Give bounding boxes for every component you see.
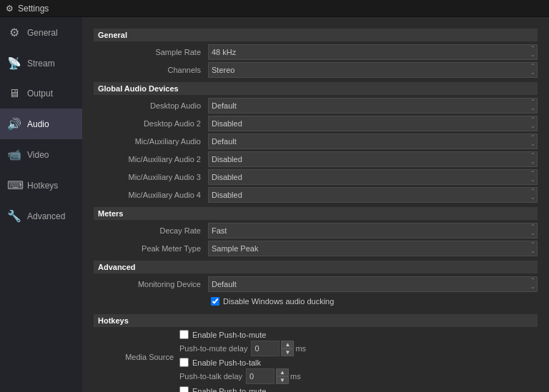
sample-rate-control: 44.1 kHz 48 kHz — [208, 44, 538, 60]
stream-icon: 📡 — [7, 56, 21, 70]
monitoring-device-select-wrapper[interactable]: Default Disabled — [208, 276, 538, 292]
mic-push-to-mute-checkbox[interactable] — [179, 386, 189, 392]
media-push-to-talk-checkbox[interactable] — [179, 358, 189, 367]
monitoring-device-control: Default Disabled — [208, 276, 538, 292]
desktop-audio2-label: Desktop Audio 2 — [94, 119, 208, 128]
sidebar-label-general: General — [27, 28, 58, 38]
window-title: Settings — [18, 4, 49, 14]
gear-icon: ⚙ — [7, 26, 21, 39]
mic-aux2-label: Mic/Auxiliary Audio 2 — [94, 155, 208, 164]
media-source-label: Media Source — [94, 353, 179, 361]
settings-icon: ⚙ — [6, 4, 14, 14]
mic-aux-select-wrapper[interactable]: Default Disabled — [208, 134, 538, 149]
desktop-audio-select[interactable]: Default Disabled — [208, 98, 538, 114]
section-hotkeys-header: Hotkeys — [94, 314, 538, 327]
channels-control: Mono Stereo — [208, 62, 538, 78]
audio-ducking-label: Disable Windows audio ducking — [223, 297, 334, 306]
sidebar-item-hotkeys[interactable]: ⌨ Hotkeys — [0, 170, 82, 201]
desktop-audio2-select[interactable]: Default Disabled — [208, 116, 538, 131]
section-meters-header: Meters — [94, 207, 538, 220]
peak-meter-select-wrapper[interactable]: Sample Peak True Peak — [208, 241, 538, 256]
desktop-audio-control: Default Disabled — [208, 98, 538, 114]
sidebar-item-output[interactable]: 🖥 Output — [0, 79, 82, 109]
mic-aux2-select[interactable]: Default Disabled — [208, 151, 538, 167]
mic-aux-row: Mic/Auxiliary Audio Default Disabled — [94, 134, 538, 149]
mic-push-to-mute-enable-row: Enable Push-to-mute — [179, 386, 538, 392]
sample-rate-select[interactable]: 44.1 kHz 48 kHz — [208, 44, 538, 60]
peak-meter-select[interactable]: Sample Peak True Peak — [208, 241, 538, 256]
decay-rate-select[interactable]: Fast Medium Slow — [208, 223, 538, 238]
sidebar-item-video[interactable]: 📹 Video — [0, 139, 82, 170]
desktop-audio-select-wrapper[interactable]: Default Disabled — [208, 98, 538, 114]
mic-push-to-mute-label: Enable Push-to-mute — [192, 387, 266, 393]
sidebar-item-audio[interactable]: 🔊 Audio — [0, 109, 82, 139]
mic-aux4-select[interactable]: Default Disabled — [208, 187, 538, 203]
mic-aux-select[interactable]: Default Disabled — [208, 134, 538, 149]
desktop-audio2-select-wrapper[interactable]: Default Disabled — [208, 116, 538, 131]
monitoring-device-select[interactable]: Default Disabled — [208, 276, 538, 292]
desktop-audio2-control: Default Disabled — [208, 116, 538, 131]
mic-aux4-row: Mic/Auxiliary Audio 4 Default Disabled — [94, 187, 538, 203]
mic-aux3-label: Mic/Auxiliary Audio 3 — [94, 173, 208, 181]
sidebar-item-advanced[interactable]: 🔧 Advanced — [0, 201, 82, 231]
sidebar-label-stream: Stream — [27, 59, 55, 69]
mic-aux-control: Default Disabled — [208, 134, 538, 149]
sidebar-label-hotkeys: Hotkeys — [27, 181, 58, 191]
decay-rate-label: Decay Rate — [94, 226, 208, 235]
media-push-to-mute-spinbox: ▲ ▼ ms — [251, 341, 538, 356]
mic-aux2-control: Default Disabled — [208, 151, 538, 167]
mic-aux2-row: Mic/Auxiliary Audio 2 Default Disabled — [94, 151, 538, 167]
media-push-to-mute-unit: ms — [295, 344, 306, 353]
decay-rate-row: Decay Rate Fast Medium Slow — [94, 223, 538, 238]
media-source-controls: Enable Push-to-mute Push-to-mute delay ▲… — [179, 330, 538, 384]
media-push-to-mute-delay-input[interactable] — [251, 341, 280, 356]
media-push-to-talk-delay-label: Push-to-talk delay — [179, 372, 242, 381]
media-push-to-talk-spin-up[interactable]: ▲ — [276, 368, 289, 376]
mic-aux3-control: Default Disabled — [208, 169, 538, 185]
mic-aux3-select[interactable]: Default Disabled — [208, 169, 538, 185]
media-push-to-mute-spin-down[interactable]: ▼ — [281, 348, 294, 356]
decay-rate-select-wrapper[interactable]: Fast Medium Slow — [208, 223, 538, 238]
mic-aux4-select-wrapper[interactable]: Default Disabled — [208, 187, 538, 203]
media-push-to-mute-delay-row: Push-to-mute delay ▲ ▼ ms — [179, 341, 538, 356]
mic-aux4-control: Default Disabled — [208, 187, 538, 203]
sidebar: ⚙ General 📡 Stream 🖥 Output 🔊 Audio 📹 Vi… — [0, 17, 82, 392]
media-push-to-talk-spinbox: ▲ ▼ ms — [246, 368, 538, 384]
desktop-audio-row: Desktop Audio Default Disabled — [94, 98, 538, 114]
main-container: ⚙ General 📡 Stream 🖥 Output 🔊 Audio 📹 Vi… — [0, 17, 549, 392]
mic-aux-label: Mic/Auxiliary Audio — [94, 137, 208, 146]
mic-aux3-select-wrapper[interactable]: Default Disabled — [208, 169, 538, 185]
sidebar-label-advanced: Advanced — [27, 211, 65, 221]
media-push-to-talk-label: Enable Push-to-talk — [192, 358, 261, 367]
keyboard-icon: ⌨ — [7, 179, 21, 192]
media-push-to-talk-delay-input[interactable] — [246, 368, 274, 384]
sidebar-item-stream[interactable]: 📡 Stream — [0, 48, 82, 79]
audio-icon: 🔊 — [7, 117, 21, 131]
mic-aux2-select-wrapper[interactable]: Default Disabled — [208, 151, 538, 167]
monitoring-device-row: Monitoring Device Default Disabled — [94, 276, 538, 292]
sample-rate-select-wrapper[interactable]: 44.1 kHz 48 kHz — [208, 44, 538, 60]
sidebar-label-audio: Audio — [27, 119, 49, 129]
media-push-to-mute-spin-up[interactable]: ▲ — [281, 341, 294, 348]
mic-aux-hotkey-controls: Enable Push-to-mute Push-to-mute delay ▲… — [179, 386, 538, 392]
media-push-to-mute-enable-row: Enable Push-to-mute — [179, 330, 538, 339]
channels-select[interactable]: Mono Stereo — [208, 62, 538, 78]
title-bar: ⚙ Settings — [0, 0, 549, 17]
sidebar-item-general[interactable]: ⚙ General — [0, 17, 82, 48]
channels-row: Channels Mono Stereo — [94, 62, 538, 78]
media-source-hotkey-row: Media Source Enable Push-to-mute Push-to… — [94, 330, 538, 384]
audio-ducking-checkbox[interactable] — [211, 297, 219, 306]
media-push-to-mute-delay-label: Push-to-mute delay — [179, 344, 247, 353]
media-push-to-mute-spin-buttons: ▲ ▼ — [281, 341, 294, 356]
channels-select-wrapper[interactable]: Mono Stereo — [208, 62, 538, 78]
decay-rate-control: Fast Medium Slow — [208, 223, 538, 238]
content-area: General Sample Rate 44.1 kHz 48 kHz Chan… — [82, 17, 549, 392]
media-push-to-mute-checkbox[interactable] — [179, 330, 189, 339]
section-general-header: General — [94, 29, 538, 41]
wrench-icon: 🔧 — [7, 209, 21, 223]
channels-label: Channels — [94, 66, 208, 74]
mic-aux3-row: Mic/Auxiliary Audio 3 Default Disabled — [94, 169, 538, 185]
desktop-audio2-row: Desktop Audio 2 Default Disabled — [94, 116, 538, 131]
peak-meter-label: Peak Meter Type — [94, 244, 208, 253]
media-push-to-talk-spin-down[interactable]: ▼ — [276, 376, 289, 384]
